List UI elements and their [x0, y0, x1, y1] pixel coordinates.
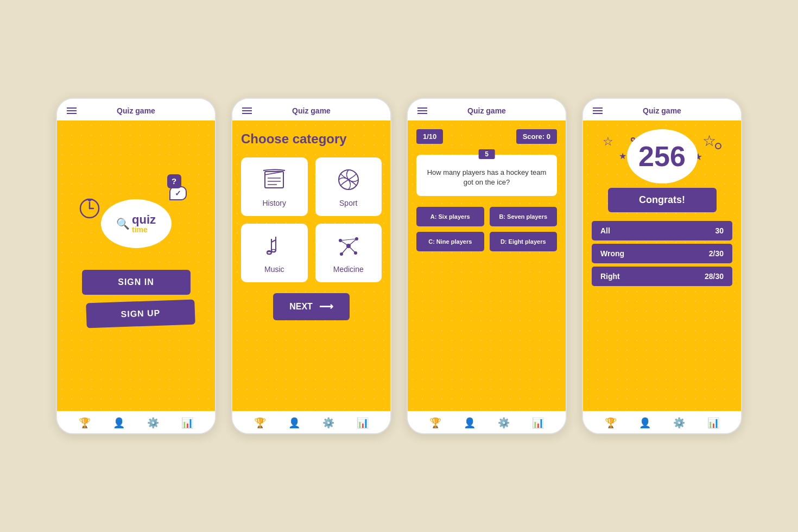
star-1: ☆ [603, 135, 613, 149]
sign-up-button[interactable]: SIGN UP [86, 299, 195, 328]
logo-time: time [132, 226, 156, 233]
quiz-logo-area: ✓ ? 🔍 quiz time [101, 199, 172, 248]
category-music[interactable]: Music [241, 224, 308, 282]
person-icon-1[interactable]: 👤 [113, 417, 125, 429]
trophy-icon-3[interactable]: 🏆 [429, 417, 441, 429]
screen1-content: ✓ ? 🔍 quiz time SIGN IN [57, 121, 215, 411]
stars-decoration: ☆ ★ ☆ ★ ★ 256 [592, 129, 732, 183]
svg-line-20 [349, 239, 357, 246]
category-grid: History [241, 157, 382, 282]
menu-icon-2[interactable] [242, 107, 252, 114]
screen4-body-outer: ☆ ★ ☆ ★ ★ 256 Congrats! [583, 121, 741, 411]
footer-3: 🏆 👤 ⚙️ 📊 [408, 411, 566, 433]
result-all: All 30 [592, 221, 732, 240]
score-display: 256 [638, 140, 686, 173]
menu-icon-4[interactable] [593, 107, 603, 114]
quiz-stats: 1/10 Score: 0 [416, 129, 557, 144]
question-card: 5 How many players has a hockey team got… [416, 155, 557, 196]
header-2: Quiz game [232, 99, 390, 121]
header-4: Quiz game [583, 99, 741, 121]
trophy-icon-1[interactable]: 🏆 [79, 417, 91, 429]
app-title-2: Quiz game [292, 106, 331, 115]
sign-in-button[interactable]: SIGN IN [82, 270, 191, 295]
gear-icon-2[interactable]: ⚙️ [322, 417, 334, 429]
circle-1 [715, 143, 721, 149]
logo-quiz: quiz [132, 214, 156, 226]
trophy-icon-2[interactable]: 🏆 [254, 417, 266, 429]
menu-icon-3[interactable] [417, 107, 427, 114]
phone-3: Quiz game 1/10 Score: 0 5 How many playe… [407, 98, 567, 434]
phone-1: Quiz game ✓ [56, 98, 216, 434]
result-all-label: All [600, 226, 610, 235]
result-right-label: Right [600, 272, 620, 281]
screen3-content: 1/10 Score: 0 5 How many players has a h… [408, 121, 566, 260]
star-3: ☆ [702, 132, 716, 150]
question-mark-box: ? [167, 174, 181, 188]
next-label: NEXT [289, 302, 313, 312]
question-text: How many players has a hockey team got o… [425, 168, 548, 187]
footer-4: 🏆 👤 ⚙️ 📊 [583, 411, 741, 433]
progress-badge: 1/10 [416, 129, 443, 144]
history-label: History [262, 199, 286, 207]
gear-icon-3[interactable]: ⚙️ [498, 417, 510, 429]
congrats-button[interactable]: Congrats! [608, 188, 717, 212]
answer-b[interactable]: B: Seven players [490, 207, 558, 226]
app-title-1: Quiz game [117, 106, 155, 115]
history-icon [261, 166, 288, 193]
header-3: Quiz game [408, 99, 566, 121]
score-oval: 256 [627, 129, 698, 183]
svg-line-22 [341, 246, 349, 254]
screen3-body: 1/10 Score: 0 5 How many players has a h… [408, 121, 566, 411]
magnify-icon: 🔍 [116, 217, 130, 230]
chart-icon-1[interactable]: 📊 [181, 417, 193, 429]
result-all-value: 30 [715, 226, 724, 235]
screens-container: Quiz game ✓ [56, 98, 742, 434]
trophy-icon-4[interactable]: 🏆 [605, 417, 617, 429]
screen2-content: Choose category [232, 121, 390, 331]
screen2-body: Choose category [232, 121, 390, 411]
sport-icon [335, 166, 362, 193]
svg-line-19 [340, 240, 349, 246]
category-history[interactable]: History [241, 157, 308, 216]
gear-icon-4[interactable]: ⚙️ [673, 417, 685, 429]
music-label: Music [264, 265, 284, 274]
footer-1: 🏆 👤 ⚙️ 📊 [57, 411, 215, 433]
star-2: ★ [619, 151, 626, 161]
choose-category-title: Choose category [241, 131, 382, 147]
answer-d[interactable]: D: Eight players [490, 232, 558, 251]
answer-a[interactable]: A: Six players [416, 207, 484, 226]
header-1: Quiz game [57, 99, 215, 121]
app-title-4: Quiz game [643, 106, 681, 115]
category-medicine[interactable]: Medicine [315, 224, 382, 282]
app-title-3: Quiz game [467, 106, 506, 115]
results-table: All 30 Wrong 2/30 Right 28/30 [592, 221, 732, 289]
result-wrong-label: Wrong [600, 249, 624, 258]
category-sport[interactable]: Sport [315, 157, 382, 216]
person-icon-4[interactable]: 👤 [639, 417, 651, 429]
question-number: 5 [478, 149, 495, 159]
medicine-icon [335, 232, 362, 259]
phone-2: Quiz game Choose category [231, 98, 391, 434]
chart-icon-4[interactable]: 📊 [707, 417, 719, 429]
next-button[interactable]: NEXT ⟶ [273, 293, 350, 320]
result-wrong: Wrong 2/30 [592, 244, 732, 263]
result-wrong-value: 2/30 [709, 249, 724, 258]
svg-line-23 [340, 239, 357, 240]
phone-4: Quiz game ☆ ★ ☆ ★ ★ 256 [582, 98, 742, 434]
result-right-value: 28/30 [705, 272, 724, 281]
music-icon [261, 232, 288, 259]
person-icon-2[interactable]: 👤 [288, 417, 300, 429]
screen1-body: ✓ ? 🔍 quiz time SIGN IN [57, 121, 215, 411]
medicine-label: Medicine [333, 265, 364, 274]
sport-label: Sport [339, 199, 357, 207]
menu-icon-1[interactable] [67, 107, 77, 114]
answers-grid: A: Six players B: Seven players C: Nine … [416, 207, 557, 251]
logo-oval: 🔍 quiz time [101, 199, 172, 248]
screen4-content: ☆ ★ ☆ ★ ★ 256 Congrats! [583, 121, 741, 298]
gear-icon-1[interactable]: ⚙️ [147, 417, 159, 429]
answer-c[interactable]: C: Nine players [416, 232, 484, 251]
svg-line-11 [271, 240, 276, 242]
chart-icon-3[interactable]: 📊 [532, 417, 544, 429]
chart-icon-2[interactable]: 📊 [357, 417, 369, 429]
person-icon-3[interactable]: 👤 [464, 417, 476, 429]
